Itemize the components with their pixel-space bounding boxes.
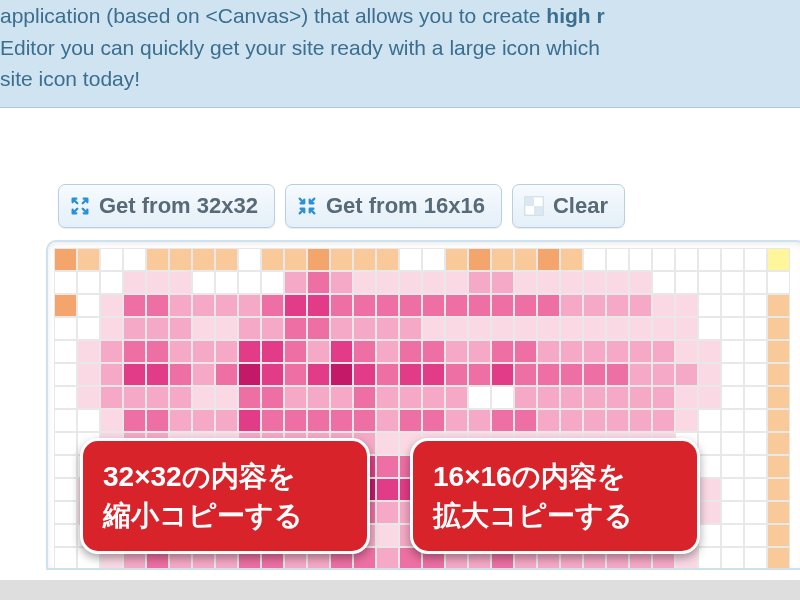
pixel-cell[interactable] [537, 363, 560, 386]
pixel-cell[interactable] [537, 248, 560, 271]
pixel-cell[interactable] [721, 294, 744, 317]
pixel-cell[interactable] [767, 248, 790, 271]
pixel-cell[interactable] [54, 409, 77, 432]
pixel-cell[interactable] [399, 294, 422, 317]
pixel-cell[interactable] [54, 524, 77, 547]
pixel-cell[interactable] [491, 409, 514, 432]
pixel-cell[interactable] [215, 248, 238, 271]
pixel-cell[interactable] [744, 340, 767, 363]
pixel-cell[interactable] [376, 271, 399, 294]
pixel-cell[interactable] [399, 386, 422, 409]
pixel-cell[interactable] [744, 478, 767, 501]
pixel-cell[interactable] [721, 478, 744, 501]
pixel-cell[interactable] [100, 363, 123, 386]
pixel-cell[interactable] [330, 317, 353, 340]
pixel-cell[interactable] [514, 363, 537, 386]
pixel-cell[interactable] [583, 271, 606, 294]
pixel-cell[interactable] [100, 386, 123, 409]
pixel-cell[interactable] [537, 409, 560, 432]
pixel-cell[interactable] [744, 271, 767, 294]
pixel-cell[interactable] [445, 248, 468, 271]
pixel-cell[interactable] [215, 294, 238, 317]
pixel-cell[interactable] [376, 248, 399, 271]
pixel-cell[interactable] [192, 248, 215, 271]
pixel-cell[interactable] [284, 340, 307, 363]
pixel-cell[interactable] [721, 409, 744, 432]
pixel-cell[interactable] [353, 409, 376, 432]
pixel-cell[interactable] [560, 294, 583, 317]
pixel-cell[interactable] [330, 363, 353, 386]
pixel-cell[interactable] [261, 363, 284, 386]
pixel-cell[interactable] [215, 409, 238, 432]
pixel-cell[interactable] [491, 386, 514, 409]
pixel-cell[interactable] [675, 271, 698, 294]
pixel-cell[interactable] [721, 524, 744, 547]
pixel-cell[interactable] [721, 271, 744, 294]
pixel-cell[interactable] [399, 409, 422, 432]
pixel-cell[interactable] [445, 294, 468, 317]
pixel-cell[interactable] [468, 386, 491, 409]
pixel-cell[interactable] [744, 386, 767, 409]
pixel-cell[interactable] [330, 271, 353, 294]
pixel-cell[interactable] [629, 248, 652, 271]
pixel-cell[interactable] [698, 478, 721, 501]
pixel-cell[interactable] [123, 317, 146, 340]
pixel-cell[interactable] [744, 317, 767, 340]
pixel-cell[interactable] [123, 386, 146, 409]
pixel-cell[interactable] [606, 271, 629, 294]
pixel-cell[interactable] [468, 294, 491, 317]
pixel-cell[interactable] [215, 340, 238, 363]
pixel-cell[interactable] [192, 340, 215, 363]
pixel-cell[interactable] [54, 478, 77, 501]
pixel-cell[interactable] [54, 455, 77, 478]
pixel-cell[interactable] [100, 248, 123, 271]
pixel-cell[interactable] [261, 340, 284, 363]
pixel-cell[interactable] [744, 524, 767, 547]
pixel-cell[interactable] [422, 248, 445, 271]
pixel-cell[interactable] [767, 432, 790, 455]
pixel-cell[interactable] [514, 248, 537, 271]
pixel-cell[interactable] [721, 455, 744, 478]
pixel-cell[interactable] [583, 386, 606, 409]
pixel-cell[interactable] [698, 363, 721, 386]
pixel-cell[interactable] [606, 363, 629, 386]
pixel-cell[interactable] [675, 248, 698, 271]
pixel-cell[interactable] [146, 271, 169, 294]
pixel-cell[interactable] [675, 317, 698, 340]
pixel-cell[interactable] [123, 248, 146, 271]
pixel-cell[interactable] [330, 386, 353, 409]
pixel-cell[interactable] [284, 409, 307, 432]
pixel-cell[interactable] [284, 248, 307, 271]
pixel-cell[interactable] [514, 386, 537, 409]
pixel-cell[interactable] [376, 478, 399, 501]
pixel-cell[interactable] [629, 409, 652, 432]
pixel-cell[interactable] [100, 294, 123, 317]
pixel-cell[interactable] [560, 386, 583, 409]
pixel-cell[interactable] [721, 547, 744, 570]
pixel-cell[interactable] [468, 340, 491, 363]
pixel-cell[interactable] [330, 409, 353, 432]
pixel-cell[interactable] [307, 386, 330, 409]
pixel-cell[interactable] [353, 363, 376, 386]
pixel-cell[interactable] [54, 317, 77, 340]
pixel-cell[interactable] [376, 432, 399, 455]
pixel-cell[interactable] [376, 363, 399, 386]
pixel-cell[interactable] [744, 248, 767, 271]
pixel-cell[interactable] [77, 294, 100, 317]
pixel-cell[interactable] [238, 317, 261, 340]
pixel-cell[interactable] [767, 340, 790, 363]
pixel-cell[interactable] [629, 340, 652, 363]
pixel-cell[interactable] [100, 340, 123, 363]
pixel-cell[interactable] [514, 340, 537, 363]
pixel-cell[interactable] [169, 294, 192, 317]
pixel-cell[interactable] [307, 317, 330, 340]
pixel-cell[interactable] [261, 271, 284, 294]
pixel-cell[interactable] [376, 294, 399, 317]
pixel-cell[interactable] [54, 340, 77, 363]
pixel-cell[interactable] [629, 294, 652, 317]
pixel-cell[interactable] [146, 294, 169, 317]
pixel-cell[interactable] [744, 363, 767, 386]
pixel-cell[interactable] [767, 524, 790, 547]
pixel-cell[interactable] [284, 294, 307, 317]
pixel-cell[interactable] [583, 317, 606, 340]
